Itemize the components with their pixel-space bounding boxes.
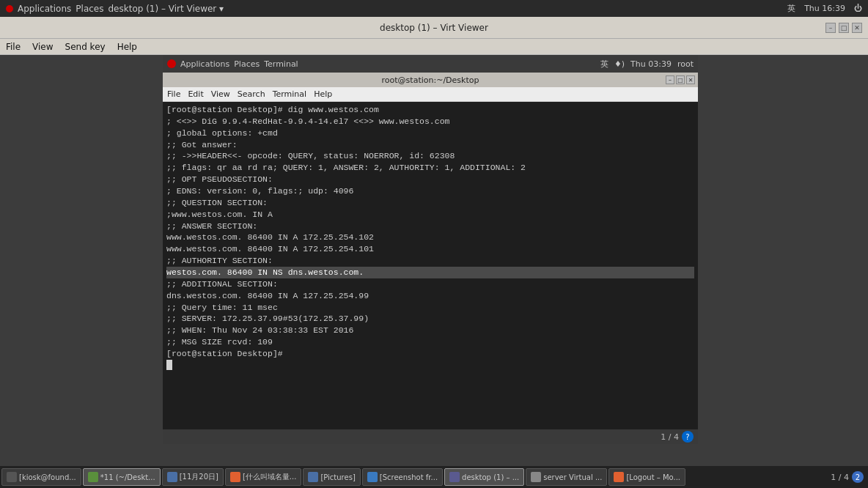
inner-places-menu[interactable]: Places — [234, 59, 260, 69]
taskbar-icon-whatdomain — [230, 472, 240, 482]
term-menu-search[interactable]: Search — [238, 89, 265, 99]
taskbar-icon-nov20 — [167, 472, 177, 482]
taskbar-label-logout: [Logout – Mo... — [626, 473, 680, 481]
system-topbar: Applications Places desktop (1) – Virt V… — [0, 0, 868, 17]
terminal-minimize[interactable]: – — [666, 75, 674, 84]
taskbar-label-nov20: [11月20日] — [180, 472, 218, 482]
taskbar-item-nov20[interactable]: [11月20日] — [162, 468, 224, 486]
taskbar-label-pictures: [Pictures] — [320, 473, 355, 481]
taskbar-icon-desktop11 — [88, 472, 98, 482]
term-menu-terminal[interactable]: Terminal — [273, 89, 307, 99]
close-button[interactable]: ✕ — [852, 23, 862, 33]
inner-volume-icon[interactable]: ♦) — [614, 59, 625, 69]
inner-clock: Thu 03:39 — [630, 59, 672, 69]
terminal-window-controls: – □ ✕ — [666, 75, 695, 84]
taskbar-item-logout[interactable]: [Logout – Mo... — [608, 468, 685, 486]
terminal-maximize[interactable]: □ — [676, 75, 685, 84]
taskbar-icon-pictures — [308, 472, 318, 482]
taskbar-label-whatdomain: [什么叫域名量... — [243, 472, 296, 482]
pager-badge[interactable]: 2 — [852, 471, 864, 483]
terminal-output-block2: ;; ADDITIONAL SECTION: dns.westos.com. 8… — [166, 278, 694, 360]
maximize-button[interactable]: □ — [839, 23, 849, 33]
terminal-window: Applications Places Terminal 英 ♦) Thu 03… — [163, 55, 698, 444]
topbar-left: Applications Places desktop (1) – Virt V… — [6, 4, 224, 14]
viewer-window-controls: – □ ✕ — [825, 23, 862, 33]
viewer-menu-sendkey[interactable]: Send key — [65, 42, 106, 52]
viewer-window-title: desktop (1) – Virt Viewer — [380, 23, 488, 33]
terminal-output-block1: ; <<>> DiG 9.9.4-RedHat-9.9.4-14.el7 <<>… — [166, 116, 694, 267]
language-indicator[interactable]: 英 — [787, 3, 795, 14]
terminal-highlighted-line: westos.com. 86400 IN NS dns.westos.com. — [166, 267, 694, 278]
help-icon[interactable]: ? — [682, 431, 694, 443]
terminal-statusbar: 1 / 4 ? — [163, 429, 698, 444]
topbar-right: 英 Thu 16:39 ⏻ — [787, 3, 862, 14]
taskbar: [kiosk@found... *11 (~/Deskt... [11月20日]… — [0, 466, 868, 488]
os-icon — [6, 5, 13, 12]
page: Applications Places desktop (1) – Virt V… — [0, 0, 868, 488]
terminal-command-line: [root@station Desktop]# dig www.westos.c… — [166, 104, 694, 116]
taskbar-item-pictures[interactable]: [Pictures] — [303, 468, 360, 486]
taskbar-item-servervirtual[interactable]: server Virtual ... — [526, 468, 607, 486]
inner-os-icon — [167, 59, 176, 68]
taskbar-item-desktop11[interactable]: *11 (~/Deskt... — [83, 468, 161, 486]
terminal-menubar: File Edit View Search Terminal Help — [163, 87, 698, 102]
viewer-titlebar: desktop (1) – Virt Viewer – □ ✕ — [0, 17, 868, 39]
inner-system-topbar: Applications Places Terminal 英 ♦) Thu 03… — [163, 55, 698, 73]
page-indicator: 1 / 4 — [661, 432, 679, 442]
terminal-cursor — [166, 360, 172, 370]
terminal-titlebar: root@station:~/Desktop – □ ✕ — [163, 73, 698, 87]
taskbar-icon-servervirtual — [531, 472, 541, 482]
applications-menu[interactable]: Applications — [18, 4, 71, 14]
taskbar-item-desktop1[interactable]: desktop (1) – ... — [444, 468, 524, 486]
taskbar-icon-kiosk — [7, 472, 17, 482]
term-menu-view[interactable]: View — [211, 89, 230, 99]
taskbar-icon-screenshot — [367, 472, 378, 482]
viewer-menu-view[interactable]: View — [32, 42, 53, 52]
places-menu[interactable]: Places — [76, 4, 103, 14]
taskbar-item-kiosk[interactable]: [kiosk@found... — [1, 468, 81, 486]
inner-user: root — [677, 59, 694, 69]
term-menu-edit[interactable]: Edit — [188, 89, 203, 99]
taskbar-label-desktop1: desktop (1) – ... — [462, 473, 519, 481]
terminal-content[interactable]: [root@station Desktop]# dig www.westos.c… — [163, 102, 698, 429]
pager-page: 1 / 4 — [831, 473, 849, 482]
inner-terminal-menu[interactable]: Terminal — [264, 59, 298, 69]
taskbar-label-servervirtual: server Virtual ... — [543, 473, 602, 481]
inner-lang[interactable]: 英 — [600, 59, 608, 70]
viewer-menu-help[interactable]: Help — [117, 42, 137, 52]
taskbar-icon-desktop1 — [449, 472, 460, 482]
viewer-menubar: File View Send key Help — [0, 39, 868, 55]
viewer-menu-file[interactable]: File — [6, 42, 21, 52]
power-icon[interactable]: ⏻ — [854, 4, 862, 13]
terminal-close[interactable]: ✕ — [686, 75, 695, 84]
taskbar-pager: 1 / 4 2 — [831, 471, 867, 483]
term-menu-help[interactable]: Help — [314, 89, 332, 99]
terminal-title: root@station:~/Desktop — [382, 75, 479, 85]
taskbar-label-screenshot: [Screenshot fr... — [380, 473, 438, 481]
inner-applications-menu[interactable]: Applications — [180, 59, 229, 69]
taskbar-item-whatdomain[interactable]: [什么叫域名量... — [225, 468, 301, 486]
term-menu-file[interactable]: File — [167, 89, 180, 99]
viewer-body: Applications Places Terminal 英 ♦) Thu 03… — [0, 55, 868, 466]
window-menu-label[interactable]: desktop (1) – Virt Viewer ▾ — [108, 4, 224, 14]
taskbar-icon-logout — [614, 472, 624, 482]
minimize-button[interactable]: – — [825, 23, 836, 33]
inner-topbar-right: 英 ♦) Thu 03:39 root — [600, 59, 694, 70]
taskbar-label-kiosk: [kiosk@found... — [19, 473, 76, 481]
system-clock: Thu 16:39 — [804, 4, 845, 13]
taskbar-label-desktop11: *11 (~/Deskt... — [100, 473, 155, 481]
taskbar-item-screenshot[interactable]: [Screenshot fr... — [362, 468, 443, 486]
